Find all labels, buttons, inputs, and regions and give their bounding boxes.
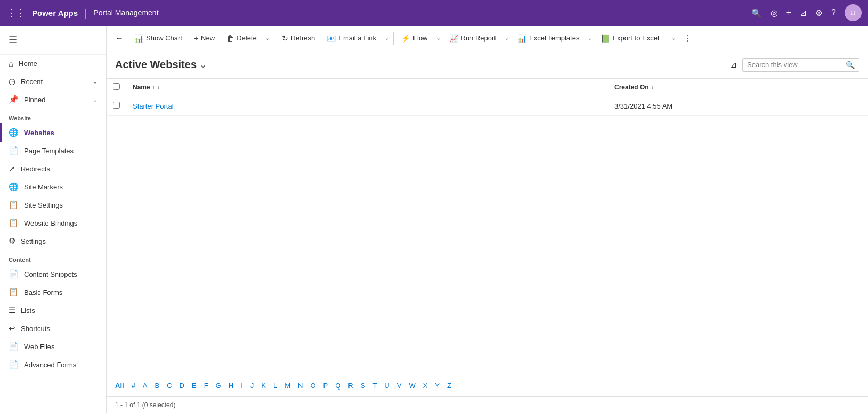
sidebar-redirects-label: Redirects <box>21 165 98 173</box>
filter-nav-icon[interactable]: ⊿ <box>800 8 807 18</box>
flow-dropdown[interactable]: ⌄ <box>434 32 443 44</box>
search-nav-icon[interactable]: 🔍 <box>751 8 762 18</box>
sidebar-item-home[interactable]: ⌂ Home <box>0 55 106 72</box>
alpha-i-button[interactable]: I <box>239 381 245 391</box>
add-nav-icon[interactable]: + <box>786 8 791 18</box>
run-report-dropdown[interactable]: ⌄ <box>502 32 511 44</box>
alpha-f-button[interactable]: F <box>202 381 210 391</box>
web-files-icon: 📄 <box>9 342 19 351</box>
alpha-d-button[interactable]: D <box>177 381 186 391</box>
sidebar-item-page-templates[interactable]: 📄 Page Templates <box>0 142 106 160</box>
alpha-j-button[interactable]: J <box>248 381 256 391</box>
flow-button[interactable]: ⚡ Flow <box>396 31 433 45</box>
recent-icon: ◷ <box>9 77 15 86</box>
alpha-m-button[interactable]: M <box>282 381 293 391</box>
filter-button[interactable]: ⊿ <box>730 60 737 70</box>
site-settings-icon: 📋 <box>9 200 19 210</box>
sidebar-pinned-label: Pinned <box>24 96 87 104</box>
sidebar-item-redirects[interactable]: ↗ Redirects <box>0 160 106 178</box>
search-icon[interactable]: 🔍 <box>846 61 855 69</box>
sidebar-site-markers-label: Site Markers <box>24 183 98 191</box>
sidebar-item-settings[interactable]: ⚙ Settings <box>0 232 106 250</box>
content-area: ← 📊 Show Chart + New 🗑 Delete ⌄ ↻ Refres… <box>107 26 868 413</box>
grid-icon[interactable]: ⋮⋮ <box>6 7 26 19</box>
excel-templates-dropdown[interactable]: ⌄ <box>586 32 594 44</box>
sidebar-item-site-markers[interactable]: 🌐 Site Markers <box>0 178 106 196</box>
row-select-checkbox[interactable] <box>113 102 120 109</box>
select-all-checkbox[interactable] <box>113 83 120 90</box>
new-button[interactable]: + New <box>189 31 220 45</box>
alpha-o-button[interactable]: O <box>308 381 318 391</box>
sidebar-item-lists[interactable]: ☰ Lists <box>0 301 106 319</box>
alpha-#-button[interactable]: # <box>129 381 137 391</box>
alpha-v-button[interactable]: V <box>395 381 404 391</box>
alpha-s-button[interactable]: S <box>359 381 368 391</box>
alpha-q-button[interactable]: Q <box>333 381 343 391</box>
sidebar-item-websites[interactable]: 🌐 Websites <box>0 123 106 142</box>
gear-nav-icon[interactable]: ⚙ <box>815 8 823 18</box>
alpha-g-button[interactable]: G <box>214 381 223 391</box>
view-title-chevron[interactable]: ⌄ <box>200 61 206 69</box>
delete-dropdown[interactable]: ⌄ <box>263 32 272 44</box>
refresh-button[interactable]: ↻ Refresh <box>277 31 321 45</box>
alpha-p-button[interactable]: P <box>321 381 330 391</box>
alpha-all-button[interactable]: All <box>113 381 126 391</box>
alpha-b-button[interactable]: B <box>153 381 162 391</box>
sidebar-item-shortcuts[interactable]: ↩ Shortcuts <box>0 319 106 337</box>
export-icon: 📗 <box>601 34 610 43</box>
sidebar-item-site-settings[interactable]: 📋 Site Settings <box>0 196 106 214</box>
help-nav-icon[interactable]: ? <box>831 8 836 18</box>
email-dropdown[interactable]: ⌄ <box>383 32 391 44</box>
sidebar-item-pinned[interactable]: 📌 Pinned ⌄ <box>0 90 106 109</box>
alpha-u-button[interactable]: U <box>382 381 391 391</box>
run-report-button[interactable]: 📈 Run Report <box>444 31 501 45</box>
alpha-l-button[interactable]: L <box>271 381 279 391</box>
alpha-z-button[interactable]: Z <box>445 381 453 391</box>
separator-3 <box>667 32 667 45</box>
row-name: Starter Portal <box>126 96 608 116</box>
created-sort-icon[interactable]: ↓ <box>651 85 654 90</box>
view-header: Active Websites ⌄ ⊿ 🔍 <box>107 51 868 79</box>
hamburger-button[interactable]: ☰ <box>0 30 106 50</box>
sort-desc-icon[interactable]: ↓ <box>157 85 160 90</box>
sidebar-item-web-files[interactable]: 📄 Web Files <box>0 337 106 356</box>
th-created-on: Created On ↓ <box>608 79 868 96</box>
top-nav: ⋮⋮ Power Apps | Portal Management 🔍 ◎ + … <box>0 0 868 26</box>
row-name-link[interactable]: Starter Portal <box>133 102 174 110</box>
delete-button[interactable]: 🗑 Delete <box>221 31 262 45</box>
alpha-c-button[interactable]: C <box>165 381 174 391</box>
data-table: Name ↑ ↓ Created On ↓ <box>107 79 868 116</box>
avatar[interactable]: U <box>845 4 862 21</box>
alpha-t-button[interactable]: T <box>370 381 379 391</box>
separator-1 <box>274 32 274 45</box>
more-button[interactable]: ⋮ <box>679 30 696 46</box>
alpha-e-button[interactable]: E <box>190 381 199 391</box>
export-dropdown[interactable]: ⌄ <box>669 32 678 44</box>
sidebar-item-content-snippets[interactable]: 📄 Content Snippets <box>0 265 106 283</box>
home-icon: ⌂ <box>9 59 13 68</box>
status-bar: 1 - 1 of 1 (0 selected) <box>107 396 868 413</box>
alpha-h-button[interactable]: H <box>226 381 236 391</box>
export-to-excel-button[interactable]: 📗 Export to Excel <box>595 31 664 45</box>
alpha-n-button[interactable]: N <box>296 381 305 391</box>
sidebar-item-basic-forms[interactable]: 📋 Basic Forms <box>0 283 106 301</box>
sidebar-item-advanced-forms[interactable]: 📄 Advanced Forms <box>0 356 106 374</box>
sidebar-item-website-bindings[interactable]: 📋 Website Bindings <box>0 214 106 232</box>
alpha-r-button[interactable]: R <box>346 381 355 391</box>
alpha-x-button[interactable]: X <box>421 381 430 391</box>
settings-nav-icon[interactable]: ◎ <box>770 8 778 18</box>
sort-asc-icon[interactable]: ↑ <box>152 85 155 90</box>
shortcuts-icon: ↩ <box>9 324 15 333</box>
back-button[interactable]: ← <box>111 31 128 46</box>
alpha-k-button[interactable]: K <box>259 381 268 391</box>
alpha-y-button[interactable]: Y <box>433 381 442 391</box>
show-chart-button[interactable]: 📊 Show Chart <box>129 31 188 45</box>
email-icon: 📧 <box>327 34 336 43</box>
content-snippets-icon: 📄 <box>9 269 19 279</box>
excel-templates-button[interactable]: 📊 Excel Templates <box>512 31 585 45</box>
alpha-a-button[interactable]: A <box>141 381 150 391</box>
alpha-w-button[interactable]: W <box>407 381 417 391</box>
search-input[interactable] <box>747 61 846 69</box>
sidebar-item-recent[interactable]: ◷ Recent ⌄ <box>0 72 106 90</box>
email-link-button[interactable]: 📧 Email a Link <box>321 31 382 45</box>
